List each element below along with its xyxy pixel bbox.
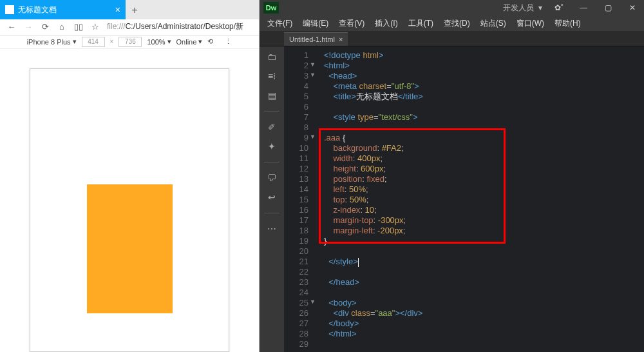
- menu-item[interactable]: 文件(F): [263, 17, 296, 30]
- line-number: 20: [284, 245, 308, 255]
- code-line[interactable]: .aaa {: [324, 132, 644, 142]
- width-input[interactable]: 414: [82, 37, 105, 47]
- code-line[interactable]: background: #FA2;: [324, 142, 644, 152]
- inspect-icon[interactable]: ✦: [265, 140, 278, 153]
- separator: [264, 213, 279, 213]
- code-line[interactable]: top: 50%;: [324, 193, 644, 204]
- code-area[interactable]: <!doctype html><html> <head> <meta chars…: [314, 46, 644, 352]
- zoom-select[interactable]: 100% ▾: [147, 37, 171, 46]
- code-line[interactable]: <body>: [324, 297, 644, 307]
- code-line[interactable]: <div class="aaa"></div>: [324, 307, 644, 317]
- code-line[interactable]: <html>: [324, 59, 644, 70]
- line-number: 3▼: [284, 70, 308, 80]
- menu-item[interactable]: 窗口(W): [513, 17, 548, 30]
- file-manager-icon[interactable]: 🗀: [265, 50, 278, 63]
- code-line[interactable]: </html>: [324, 328, 644, 338]
- reload-icon[interactable]: ⟳: [40, 22, 50, 32]
- browser-tab[interactable]: 无标题文档 ×: [0, 0, 126, 19]
- code-editor[interactable]: 12▼3▼456789▼1011121314151617181920212223…: [284, 46, 644, 352]
- device-select[interactable]: iPhone 8 Plus ▾: [27, 37, 77, 46]
- line-number: 13: [284, 173, 308, 183]
- network-select[interactable]: Online ▾: [176, 37, 203, 46]
- menu-item[interactable]: 帮助(H): [551, 17, 585, 30]
- code-line[interactable]: left: 50%;: [324, 183, 644, 193]
- minimize-icon[interactable]: —: [576, 3, 591, 13]
- preview-page: [30, 68, 229, 352]
- code-line[interactable]: [324, 101, 644, 111]
- height-input[interactable]: 736: [118, 37, 142, 47]
- browser-tabbar: 无标题文档 × +: [0, 0, 259, 19]
- code-line[interactable]: height: 600px;: [324, 162, 644, 173]
- code-line[interactable]: [324, 338, 644, 348]
- star-icon[interactable]: ☆: [90, 22, 100, 32]
- line-number: 29: [284, 338, 308, 348]
- code-line[interactable]: <head>: [324, 70, 644, 80]
- close-icon[interactable]: ×: [339, 35, 343, 43]
- line-number: 14: [284, 183, 308, 193]
- format-icon[interactable]: ≡⁞: [265, 70, 278, 83]
- code-line[interactable]: [324, 286, 644, 297]
- menu-item[interactable]: 工具(T): [404, 17, 437, 30]
- code-line[interactable]: [324, 245, 644, 255]
- home-icon[interactable]: ⌂: [57, 22, 67, 32]
- line-number: 5: [284, 90, 308, 101]
- separator: [264, 162, 279, 162]
- code-line[interactable]: [324, 121, 644, 132]
- rotate-icon[interactable]: ⟲: [207, 37, 213, 46]
- kebab-icon[interactable]: ⋮: [225, 37, 232, 46]
- code-line[interactable]: position: fixed;: [324, 173, 644, 183]
- code-line[interactable]: margin-left: -200px;: [324, 224, 644, 235]
- line-number: 15: [284, 193, 308, 204]
- gear-icon[interactable]: ✿˚: [551, 3, 567, 13]
- code-line[interactable]: z-index: 10;: [324, 204, 644, 214]
- address-bar: ← → ⟳ ⌂ ▯▯ ☆ file:///C:/Users/Administra…: [0, 19, 259, 35]
- back-icon[interactable]: ←: [6, 22, 17, 32]
- tab-title: 无标题文档: [18, 5, 57, 15]
- menu-item[interactable]: 编辑(E): [299, 17, 332, 30]
- code-line[interactable]: </style>: [324, 255, 644, 266]
- code-line[interactable]: </body>: [324, 317, 644, 328]
- dw-titlebar: Dw 开发人员 ▾ ✿˚ — ▢ ✕: [260, 0, 644, 15]
- file-tab[interactable]: Untitled-1.html ×: [284, 32, 348, 46]
- code-line[interactable]: </head>: [324, 276, 644, 286]
- menu-item[interactable]: 查看(V): [335, 17, 368, 30]
- more-icon[interactable]: ⋯: [265, 222, 278, 235]
- code-line[interactable]: width: 400px;: [324, 152, 644, 162]
- code-line[interactable]: <style type="text/css">: [324, 111, 644, 121]
- line-number: 16: [284, 204, 308, 214]
- comment-icon[interactable]: 🗩: [265, 171, 278, 184]
- code-line[interactable]: }: [324, 235, 644, 245]
- line-number: 4: [284, 80, 308, 90]
- workspace: 🗀 ≡⁞ ▤ ✐ ✦ 🗩 ↩ ⋯ 12▼3▼456789▼10111213141…: [260, 46, 644, 352]
- code-line[interactable]: [324, 266, 644, 276]
- close-icon[interactable]: ×: [115, 5, 120, 15]
- wrap-icon[interactable]: ↩: [265, 191, 278, 204]
- menu-item[interactable]: 查找(D): [440, 17, 474, 30]
- code-view-icon[interactable]: ✐: [265, 121, 278, 133]
- assets-icon[interactable]: ▤: [265, 89, 278, 102]
- code-line[interactable]: margin-top: -300px;: [324, 214, 644, 224]
- line-number: 1: [284, 49, 308, 59]
- line-number: 8: [284, 121, 308, 132]
- menu-item[interactable]: 插入(I): [371, 17, 401, 30]
- menu-item[interactable]: 站点(S): [477, 17, 510, 30]
- code-line[interactable]: <meta charset="utf-8">: [324, 80, 644, 90]
- code-line[interactable]: <title>无标题文档</title>: [324, 90, 644, 101]
- layout-select[interactable]: 开发人员 ▾: [503, 3, 542, 14]
- reader-icon[interactable]: ▯▯: [73, 22, 84, 32]
- line-number: 24: [284, 286, 308, 297]
- forward-icon[interactable]: →: [23, 22, 33, 32]
- separator: [264, 111, 279, 112]
- line-number: 11: [284, 152, 308, 162]
- url-text[interactable]: file:///C:/Users/Administrator/Desktop/新: [107, 21, 252, 32]
- line-number: 28: [284, 328, 308, 338]
- device-toolbar: iPhone 8 Plus ▾ 414 × 736 100% ▾ Online …: [0, 35, 259, 49]
- new-tab-button[interactable]: +: [126, 1, 144, 19]
- line-number: 9▼: [284, 132, 308, 142]
- line-number: 18: [284, 224, 308, 235]
- code-line[interactable]: <!doctype html>: [324, 49, 644, 59]
- maximize-icon[interactable]: ▢: [600, 3, 616, 13]
- side-toolbar: 🗀 ≡⁞ ▤ ✐ ✦ 🗩 ↩ ⋯: [260, 46, 284, 352]
- window-close-icon[interactable]: ✕: [625, 3, 640, 13]
- line-number: 23: [284, 276, 308, 286]
